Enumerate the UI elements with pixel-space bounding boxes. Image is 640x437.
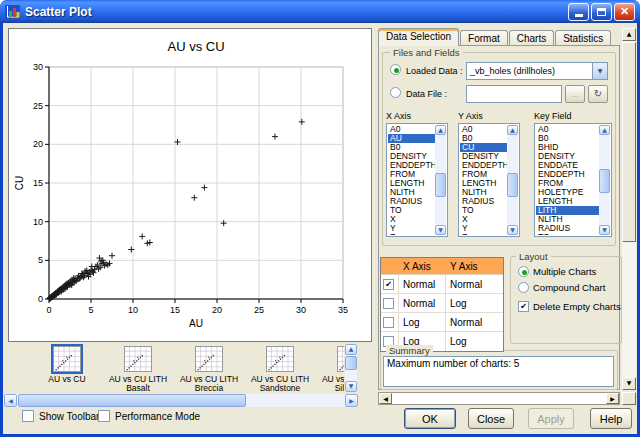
- thumbnail-hscrollbar[interactable]: ◀ ▶: [4, 394, 358, 407]
- chart-panel: 05101520253035051015202530AU vs CUAUCU: [8, 28, 372, 342]
- browse-button[interactable]: ...: [565, 85, 585, 103]
- list-item-y[interactable]: Y: [388, 224, 435, 233]
- key-field-list-label: Key Field: [534, 111, 572, 121]
- axis-table-row[interactable]: ✔NormalNormal: [381, 275, 503, 294]
- scroll-up-icon[interactable]: ▲: [435, 125, 446, 135]
- thumbnail-vscrollbar[interactable]: ▲ ▼: [345, 344, 357, 392]
- title-bar[interactable]: Scatter Plot ✕: [0, 0, 640, 23]
- scroll-up-icon[interactable]: ▲: [345, 344, 357, 355]
- scroll-down-icon[interactable]: ▼: [435, 225, 446, 235]
- ok-button[interactable]: OK: [404, 408, 456, 429]
- summary-text-box[interactable]: Maximum number of charts: 5: [383, 356, 614, 387]
- thumbnail-au-vs-cu-lith-sandstone[interactable]: AU vs CU LITHSandstone: [247, 344, 313, 392]
- maximize-button[interactable]: [591, 3, 612, 21]
- thumbnail-au-vs-cu-lith-basalt[interactable]: AU vs CU LITHBasalt: [105, 344, 171, 392]
- help-button[interactable]: Help: [590, 408, 632, 429]
- scroll-thumb[interactable]: [599, 169, 610, 193]
- checkbox-delete-empty-charts[interactable]: ✔Delete Empty Charts: [518, 301, 622, 312]
- scroll-thumb[interactable]: [345, 356, 357, 370]
- thumbnail-au-vs-cu-lith-breccia[interactable]: AU vs CU LITHBreccia: [176, 344, 242, 392]
- scroll-thumb[interactable]: [622, 42, 636, 242]
- x-scale-cell[interactable]: Normal: [399, 275, 446, 293]
- key-field-list-scrollbar[interactable]: ▲ ▼: [599, 125, 610, 235]
- list-item-z[interactable]: Z: [388, 233, 435, 235]
- svg-text:20: 20: [33, 139, 43, 149]
- close-icon: ✕: [620, 5, 629, 18]
- row-enabled-checkbox[interactable]: ✔: [383, 279, 394, 290]
- loaded-data-radio[interactable]: [390, 64, 401, 75]
- minimize-button[interactable]: [568, 3, 589, 21]
- svg-text:10: 10: [128, 305, 138, 315]
- scatter-plot-dialog: Scatter Plot ✕ 0510152025303505101520253…: [0, 0, 640, 437]
- y-axis-list-scrollbar[interactable]: ▲ ▼: [507, 125, 518, 235]
- loaded-data-value: _vb_holes (drillholes): [467, 66, 592, 76]
- minimize-icon: [575, 14, 583, 17]
- performance-mode-label: Performance Mode: [115, 411, 200, 422]
- scroll-down-icon[interactable]: ▼: [599, 225, 610, 235]
- close-button[interactable]: Close: [468, 408, 514, 429]
- tab-data-selection[interactable]: Data Selection: [378, 28, 459, 46]
- tab-format[interactable]: Format: [460, 30, 508, 45]
- radio-multiple-charts[interactable]: Multiple Charts: [518, 266, 622, 277]
- svg-text:25: 25: [254, 305, 264, 315]
- show-toolbar-checkbox[interactable]: [22, 410, 34, 422]
- tab-statistics[interactable]: Statistics: [555, 30, 611, 45]
- refresh-icon: ↻: [594, 88, 602, 99]
- y-scale-cell[interactable]: Normal: [446, 313, 503, 331]
- radio-compound-chart[interactable]: Compound Chart: [518, 282, 622, 293]
- apply-button[interactable]: Apply: [528, 408, 574, 429]
- list-item-to[interactable]: TO: [536, 233, 599, 235]
- scroll-right-icon[interactable]: ▶: [345, 394, 358, 407]
- refresh-button[interactable]: ↻: [588, 85, 608, 103]
- scroll-thumb[interactable]: [507, 173, 518, 197]
- scroll-left-icon[interactable]: ◀: [379, 393, 392, 404]
- y-scale-cell[interactable]: Log: [446, 294, 503, 312]
- svg-text:5: 5: [88, 305, 93, 315]
- thumbnail-au-vs-cu-lith-siltstone[interactable]: AU vs CU LITHSiltstone: [318, 344, 344, 392]
- close-button[interactable]: ✕: [614, 3, 635, 21]
- scroll-thumb[interactable]: [18, 394, 246, 407]
- files-and-fields-title: Files and Fields: [390, 47, 463, 58]
- scroll-left-icon[interactable]: ◀: [4, 394, 17, 407]
- scroll-up-icon[interactable]: ▲: [599, 125, 610, 135]
- row-enabled-checkbox[interactable]: [383, 317, 394, 328]
- mini-chart-icon: [266, 346, 294, 372]
- list-item-z[interactable]: Z: [460, 233, 507, 235]
- scroll-thumb[interactable]: [435, 173, 446, 197]
- tab-charts[interactable]: Charts: [509, 30, 554, 45]
- panel-hscrollbar[interactable]: ◀ ▶: [378, 392, 620, 405]
- row-enabled-checkbox[interactable]: [383, 298, 394, 309]
- scroll-up-icon[interactable]: ▲: [507, 125, 518, 135]
- scroll-up-icon[interactable]: ▲: [622, 28, 636, 41]
- axis-table-row[interactable]: LogNormal: [381, 313, 503, 332]
- data-file-radio[interactable]: [390, 87, 401, 98]
- x-axis-listbox[interactable]: A0AUB0DENSITYENDDEPTHFROMLENGTHNLITHRADI…: [386, 123, 448, 237]
- y-scale-cell[interactable]: Normal: [446, 275, 503, 293]
- app-icon: [5, 5, 20, 19]
- axis-scale-table: X Axis Y Axis ✔NormalNormalNormalLogLogN…: [380, 257, 504, 352]
- panel-vscrollbar[interactable]: ▲ ▼: [622, 28, 636, 390]
- svg-text:0: 0: [46, 305, 51, 315]
- data-file-label: Data File :: [406, 89, 447, 99]
- radio-icon: [518, 282, 529, 293]
- x-scale-cell[interactable]: Normal: [399, 294, 446, 312]
- axis-table-row[interactable]: NormalLog: [381, 294, 503, 313]
- x-scale-cell[interactable]: Log: [399, 313, 446, 331]
- scroll-down-icon[interactable]: ▼: [622, 377, 636, 390]
- scroll-right-icon[interactable]: ▶: [606, 393, 619, 404]
- y-scale-cell[interactable]: Log: [446, 332, 503, 351]
- thumbnail-au-vs-cu[interactable]: AU vs CU: [34, 344, 100, 392]
- key-field-listbox[interactable]: A0B0BHIDDENSITYENDDATEENDDEPTHFROMHOLETY…: [534, 123, 612, 237]
- list-item-y[interactable]: Y: [460, 224, 507, 233]
- scroll-down-icon[interactable]: ▼: [345, 381, 357, 392]
- x-axis-list-scrollbar[interactable]: ▲ ▼: [435, 125, 446, 235]
- header-y-axis: Y Axis: [446, 261, 503, 272]
- performance-mode-checkbox[interactable]: [98, 410, 110, 422]
- y-axis-listbox[interactable]: A0B0CUDENSITYENDDEPTHFROMLENGTHNLITHRADI…: [458, 123, 520, 237]
- scroll-down-icon[interactable]: ▼: [507, 225, 518, 235]
- thumbnail-caption: AU vs CU LITHBasalt: [109, 375, 167, 392]
- data-file-input[interactable]: [466, 85, 562, 103]
- chevron-down-icon[interactable]: ▼: [592, 63, 607, 79]
- loaded-data-combobox[interactable]: _vb_holes (drillholes) ▼: [466, 62, 608, 80]
- svg-text:10: 10: [33, 217, 43, 227]
